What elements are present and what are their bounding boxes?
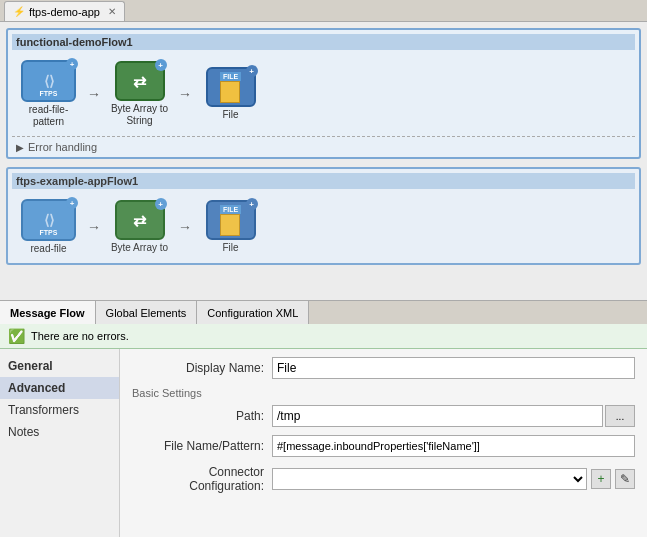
path-input[interactable] bbox=[272, 405, 603, 427]
path-label: Path: bbox=[132, 409, 272, 423]
flow-1-content: + ⟨⟩ FTPS read-file-pattern → + ⇄ Byte A… bbox=[12, 56, 635, 132]
config-sidebar: General Advanced Transformers Notes bbox=[0, 349, 120, 537]
error-row-1[interactable]: ▶ Error handling bbox=[12, 136, 635, 153]
flow-1: functional-demoFlow1 + ⟨⟩ FTPS read-file… bbox=[6, 28, 641, 159]
arrow-1: → bbox=[87, 86, 101, 102]
file-box-2[interactable]: + FILE bbox=[206, 200, 256, 240]
ftps-node-label-2: read-file bbox=[30, 243, 66, 255]
transform-node-label-1: Byte Array to String bbox=[107, 103, 172, 127]
status-icon: ✅ bbox=[8, 328, 25, 344]
file-badge-2: + bbox=[246, 198, 258, 210]
filename-row: File Name/Pattern: bbox=[132, 435, 635, 457]
tab-message-flow[interactable]: Message Flow bbox=[0, 301, 96, 324]
path-browse-button[interactable]: ... bbox=[605, 405, 635, 427]
flow-2-title: ftps-example-appFlow1 bbox=[12, 173, 635, 189]
node-ftps-2[interactable]: + ⟨⟩ FTPS read-file bbox=[16, 199, 81, 255]
file-badge-1: + bbox=[246, 65, 258, 77]
file-node-label-1: File bbox=[222, 109, 238, 121]
display-name-row: Display Name: bbox=[132, 357, 635, 379]
display-name-input[interactable] bbox=[272, 357, 635, 379]
config-content: Display Name: Basic Settings Path: ... F… bbox=[120, 349, 647, 537]
path-row: Path: ... bbox=[132, 405, 635, 427]
path-input-group: ... bbox=[272, 405, 635, 427]
app-tab-icon: ⚡ bbox=[13, 6, 25, 17]
ftps-badge-2: + bbox=[66, 197, 78, 209]
filename-input[interactable] bbox=[272, 435, 635, 457]
node-transform-1[interactable]: + ⇄ Byte Array to String bbox=[107, 61, 172, 127]
connector-select[interactable] bbox=[272, 468, 587, 490]
canvas-area: ⚡ ftps-demo-app ✕ functional-demoFlow1 +… bbox=[0, 0, 647, 300]
ftps-badge-1: + bbox=[66, 58, 78, 70]
canvas-tab-bar: Message Flow Global Elements Configurati… bbox=[0, 300, 647, 324]
connector-add-button[interactable]: + bbox=[591, 469, 611, 489]
flow-2: ftps-example-appFlow1 + ⟨⟩ FTPS read-fil… bbox=[6, 167, 641, 265]
connector-row: Connector Configuration: + ✎ bbox=[132, 465, 635, 493]
connector-input-group: + ✎ bbox=[272, 468, 635, 490]
flow-2-content: + ⟨⟩ FTPS read-file → + ⇄ Byte Array to … bbox=[12, 195, 635, 259]
node-file-1[interactable]: + FILE File bbox=[198, 67, 263, 121]
connector-edit-button[interactable]: ✎ bbox=[615, 469, 635, 489]
ftps-node-label-1: read-file-pattern bbox=[16, 104, 81, 128]
basic-settings-title: Basic Settings bbox=[132, 387, 635, 399]
app-tab-close[interactable]: ✕ bbox=[108, 6, 116, 17]
ftps-box-2[interactable]: + ⟨⟩ FTPS bbox=[21, 199, 76, 241]
arrow-3: → bbox=[87, 219, 101, 235]
filename-label: File Name/Pattern: bbox=[132, 439, 272, 453]
file-doc-2 bbox=[220, 214, 240, 236]
connector-label: Connector Configuration: bbox=[132, 465, 272, 493]
ftps-icon-1: ⟨⟩ bbox=[44, 73, 54, 89]
app-tab-label: ftps-demo-app bbox=[29, 6, 100, 18]
ftps-label-2: FTPS bbox=[40, 229, 58, 236]
sidebar-item-notes[interactable]: Notes bbox=[0, 421, 119, 443]
transform-badge-1: + bbox=[155, 59, 167, 71]
node-file-2[interactable]: + FILE File bbox=[198, 200, 263, 254]
main-tab-bar: ⚡ ftps-demo-app ✕ bbox=[0, 0, 647, 22]
transform-box-1[interactable]: + ⇄ bbox=[115, 61, 165, 101]
sidebar-item-advanced[interactable]: Advanced bbox=[0, 377, 119, 399]
file-icon-inner-2: FILE bbox=[220, 205, 241, 236]
app-tab[interactable]: ⚡ ftps-demo-app ✕ bbox=[4, 1, 125, 21]
flow-1-title: functional-demoFlow1 bbox=[12, 34, 635, 50]
display-name-label: Display Name: bbox=[132, 361, 272, 375]
tab-global-elements[interactable]: Global Elements bbox=[96, 301, 198, 324]
sidebar-general: General bbox=[0, 355, 119, 377]
file-doc-1 bbox=[220, 81, 240, 103]
file-label-box-2: FILE bbox=[220, 205, 241, 214]
transform-box-2[interactable]: + ⇄ bbox=[115, 200, 165, 240]
bottom-panel: 📄 File ✕ ✅ There are no errors. General … bbox=[0, 300, 647, 537]
sidebar-item-transformers[interactable]: Transformers bbox=[0, 399, 119, 421]
file-box-1[interactable]: + FILE bbox=[206, 67, 256, 107]
file-label-box-1: FILE bbox=[220, 72, 241, 81]
file-icon-inner-1: FILE bbox=[220, 72, 241, 103]
tab-config-xml[interactable]: Configuration XML bbox=[197, 301, 309, 324]
ftps-label-1: FTPS bbox=[40, 90, 58, 97]
flow-canvas: functional-demoFlow1 + ⟨⟩ FTPS read-file… bbox=[0, 22, 647, 300]
arrow-4: → bbox=[178, 219, 192, 235]
error-label-1: Error handling bbox=[28, 141, 97, 153]
node-transform-2[interactable]: + ⇄ Byte Array to bbox=[107, 200, 172, 254]
config-panel: General Advanced Transformers Notes Disp… bbox=[0, 349, 647, 537]
transform-node-label-2: Byte Array to bbox=[111, 242, 168, 254]
ftps-icon-2: ⟨⟩ bbox=[44, 212, 54, 228]
ftps-box-1[interactable]: + ⟨⟩ FTPS bbox=[21, 60, 76, 102]
status-bar: ✅ There are no errors. bbox=[0, 324, 647, 349]
transform-icon-1: ⇄ bbox=[133, 72, 146, 91]
file-node-label-2: File bbox=[222, 242, 238, 254]
arrow-2: → bbox=[178, 86, 192, 102]
status-text: There are no errors. bbox=[31, 330, 129, 342]
transform-badge-2: + bbox=[155, 198, 167, 210]
expand-btn-1[interactable]: ▶ bbox=[16, 142, 24, 153]
node-ftps-1[interactable]: + ⟨⟩ FTPS read-file-pattern bbox=[16, 60, 81, 128]
transform-icon-2: ⇄ bbox=[133, 211, 146, 230]
